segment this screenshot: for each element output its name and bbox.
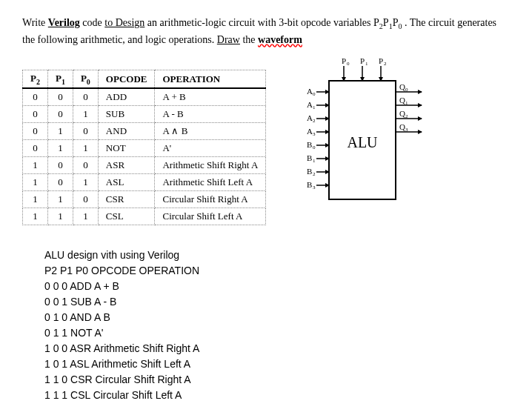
alu-label: ALU xyxy=(348,134,379,150)
table-header-row: P2 P1 P0 OPCODE OPERATION xyxy=(23,70,266,88)
cell-operation: Circular Shift Left A xyxy=(155,208,266,225)
in-sub: 2 xyxy=(313,118,316,124)
cell-operation: A - B xyxy=(155,106,266,123)
in-sub: 2 xyxy=(313,171,316,177)
cell-p1: 0 xyxy=(47,174,73,191)
content-row: P2 P1 P0 OPCODE OPERATION 000ADDA + B001… xyxy=(22,70,510,226)
out-label: Q xyxy=(399,82,405,91)
cell-p1: 0 xyxy=(47,106,73,123)
cell-p0: 0 xyxy=(73,157,98,174)
summary-line: 1 0 0 ASR Arithmetic Shift Right A xyxy=(44,341,510,356)
cell-p1: 0 xyxy=(47,88,73,106)
out-label: Q xyxy=(399,122,405,131)
summary-line: 0 1 0 AND A B xyxy=(44,310,510,325)
arrow-right-icon xyxy=(418,103,422,107)
cell-opcode: AND xyxy=(98,123,155,140)
opcode-table: P2 P1 P0 OPCODE OPERATION 000ADDA + B001… xyxy=(22,70,266,226)
in-label: B xyxy=(307,140,312,149)
in-label: B xyxy=(307,167,312,176)
cell-p1: 1 xyxy=(47,140,73,157)
summary-line: 1 1 0 CSR Circular Shift Right A xyxy=(44,372,510,388)
arrow-right-icon xyxy=(418,116,422,121)
in-label: B xyxy=(307,153,312,162)
p-label: P xyxy=(379,56,383,65)
header-p2: P2 xyxy=(23,70,48,88)
table-row: 010ANDA ∧ B xyxy=(23,123,266,140)
in-sub: 1 xyxy=(313,104,316,110)
p-sub: 0 xyxy=(347,61,350,67)
p-label: P xyxy=(342,56,346,65)
alu-svg: ALU P0P1P2 A0A1A2A3B0B1B2B3 Q0Q1Q2Q3 xyxy=(288,55,429,210)
cell-p2: 0 xyxy=(23,123,48,140)
cell-p2: 1 xyxy=(23,174,48,191)
summary-line: 0 0 0 ADD A + B xyxy=(44,279,510,294)
table-row: 001SUBA - B xyxy=(23,106,266,123)
cell-operation: A + B xyxy=(155,88,266,106)
cell-operation: Arithmetic Shift Right A xyxy=(155,157,266,174)
in-sub: 0 xyxy=(313,145,316,150)
header-p1: P1 xyxy=(47,70,73,88)
in-label: A xyxy=(307,87,313,96)
cell-p2: 1 xyxy=(23,191,48,208)
table-row: 111CSLCircular Shift Left A xyxy=(23,208,266,225)
cell-opcode: CSL xyxy=(98,208,155,225)
cell-operation: A ∧ B xyxy=(155,123,266,140)
table-row: 101ASLArithmetic Shift Left A xyxy=(23,174,266,191)
alu-diagram: ALU P0P1P2 A0A1A2A3B0B1B2B3 Q0Q1Q2Q3 xyxy=(288,55,429,213)
in-label: A xyxy=(307,100,313,109)
cell-p2: 0 xyxy=(23,140,48,157)
cell-operation: A' xyxy=(155,140,266,157)
cell-operation: Arithmetic Shift Left A xyxy=(155,174,266,191)
summary-line: 1 1 1 CSL Circular Shift Left A xyxy=(44,388,510,403)
cell-p0: 1 xyxy=(73,106,98,123)
cell-p0: 0 xyxy=(73,191,98,208)
arrow-right-icon xyxy=(418,130,422,134)
prompt-text: P xyxy=(383,17,389,28)
header-opcode: OPCODE xyxy=(98,70,155,88)
p-label: P xyxy=(360,56,365,65)
prompt-text: Write xyxy=(22,17,48,28)
cell-p2: 1 xyxy=(23,208,48,225)
cell-p1: 1 xyxy=(47,208,73,225)
p-sub: 2 xyxy=(384,61,387,67)
prompt-text: the xyxy=(240,34,258,45)
cell-operation: Circular Shift Right A xyxy=(155,191,266,208)
cell-p0: 1 xyxy=(73,174,98,191)
out-label: Q xyxy=(399,96,405,104)
cell-p1: 1 xyxy=(47,191,73,208)
summary-line: P2 P1 P0 OPCODE OPERATION xyxy=(44,263,510,279)
question-prompt: Write Verilog code to Design an arithmet… xyxy=(22,15,510,47)
prompt-design: to Design xyxy=(104,17,144,28)
summary-line: 1 0 1 ASL Arithmetic Shift Left A xyxy=(44,356,510,372)
in-label: A xyxy=(307,113,313,122)
summary-line: ALU design vith using Verilog xyxy=(44,248,510,263)
summary-line: 0 1 1 NOT A' xyxy=(44,325,510,341)
arrow-right-icon xyxy=(418,90,422,94)
cell-p1: 1 xyxy=(47,123,73,140)
cell-opcode: ADD xyxy=(98,88,155,106)
table-row: 011NOTA' xyxy=(23,140,266,157)
p-sub: 1 xyxy=(365,61,368,67)
cell-p0: 0 xyxy=(73,123,98,140)
cell-opcode: CSR xyxy=(98,191,155,208)
cell-opcode: NOT xyxy=(98,140,155,157)
in-sub: 1 xyxy=(313,158,316,164)
summary-block: ALU design vith using Verilog P2 P1 P0 O… xyxy=(44,248,510,403)
in-sub: 3 xyxy=(313,185,316,190)
in-sub: 3 xyxy=(313,131,316,137)
cell-p0: 1 xyxy=(73,140,98,157)
cell-opcode: ASL xyxy=(98,174,155,191)
prompt-waveform: waveform xyxy=(258,34,302,45)
table-row: 000ADDA + B xyxy=(23,88,266,106)
in-label: A xyxy=(307,127,313,136)
header-p0: P0 xyxy=(73,70,98,88)
in-sub: 0 xyxy=(313,91,316,97)
out-label: Q xyxy=(399,109,405,118)
table-row: 110CSRCircular Shift Right A xyxy=(23,191,266,208)
prompt-verilog: Verilog xyxy=(48,17,80,28)
cell-p0: 0 xyxy=(73,88,98,106)
summary-line: 0 0 1 SUB A - B xyxy=(44,294,510,310)
prompt-text: code xyxy=(80,17,104,28)
table-row: 100ASRArithmetic Shift Right A xyxy=(23,157,266,174)
in-label: B xyxy=(307,180,312,189)
